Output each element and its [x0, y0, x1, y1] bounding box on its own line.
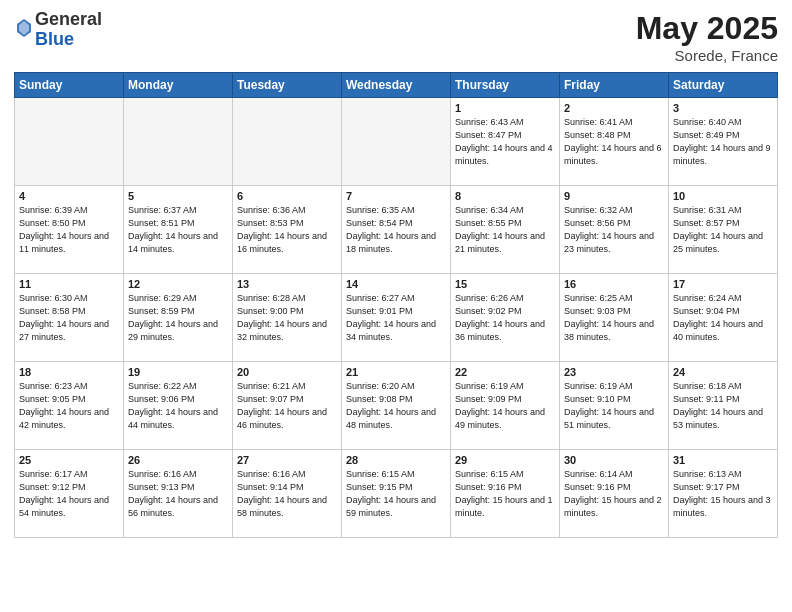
header-friday: Friday [560, 73, 669, 98]
header-thursday: Thursday [451, 73, 560, 98]
day-info: Sunrise: 6:43 AMSunset: 8:47 PMDaylight:… [455, 116, 555, 168]
calendar-cell: 8Sunrise: 6:34 AMSunset: 8:55 PMDaylight… [451, 186, 560, 274]
day-number: 14 [346, 278, 446, 290]
day-info: Sunrise: 6:18 AMSunset: 9:11 PMDaylight:… [673, 380, 773, 432]
calendar-week-4: 18Sunrise: 6:23 AMSunset: 9:05 PMDayligh… [15, 362, 778, 450]
day-number: 15 [455, 278, 555, 290]
day-info: Sunrise: 6:23 AMSunset: 9:05 PMDaylight:… [19, 380, 119, 432]
day-info: Sunrise: 6:39 AMSunset: 8:50 PMDaylight:… [19, 204, 119, 256]
day-number: 16 [564, 278, 664, 290]
calendar-week-3: 11Sunrise: 6:30 AMSunset: 8:58 PMDayligh… [15, 274, 778, 362]
logo-general-text: General [35, 9, 102, 29]
day-number: 19 [128, 366, 228, 378]
day-number: 1 [455, 102, 555, 114]
day-info: Sunrise: 6:35 AMSunset: 8:54 PMDaylight:… [346, 204, 446, 256]
header-saturday: Saturday [669, 73, 778, 98]
calendar-cell: 6Sunrise: 6:36 AMSunset: 8:53 PMDaylight… [233, 186, 342, 274]
day-info: Sunrise: 6:19 AMSunset: 9:09 PMDaylight:… [455, 380, 555, 432]
calendar-cell: 28Sunrise: 6:15 AMSunset: 9:15 PMDayligh… [342, 450, 451, 538]
calendar-cell: 27Sunrise: 6:16 AMSunset: 9:14 PMDayligh… [233, 450, 342, 538]
day-info: Sunrise: 6:27 AMSunset: 9:01 PMDaylight:… [346, 292, 446, 344]
calendar-cell: 20Sunrise: 6:21 AMSunset: 9:07 PMDayligh… [233, 362, 342, 450]
day-info: Sunrise: 6:13 AMSunset: 9:17 PMDaylight:… [673, 468, 773, 520]
logo-icon [15, 17, 33, 39]
day-number: 22 [455, 366, 555, 378]
day-info: Sunrise: 6:16 AMSunset: 9:13 PMDaylight:… [128, 468, 228, 520]
calendar-cell: 29Sunrise: 6:15 AMSunset: 9:16 PMDayligh… [451, 450, 560, 538]
day-info: Sunrise: 6:21 AMSunset: 9:07 PMDaylight:… [237, 380, 337, 432]
day-info: Sunrise: 6:40 AMSunset: 8:49 PMDaylight:… [673, 116, 773, 168]
day-number: 26 [128, 454, 228, 466]
day-info: Sunrise: 6:15 AMSunset: 9:15 PMDaylight:… [346, 468, 446, 520]
calendar-cell: 17Sunrise: 6:24 AMSunset: 9:04 PMDayligh… [669, 274, 778, 362]
day-number: 11 [19, 278, 119, 290]
header-wednesday: Wednesday [342, 73, 451, 98]
calendar-cell [124, 98, 233, 186]
day-number: 7 [346, 190, 446, 202]
calendar-cell: 1Sunrise: 6:43 AMSunset: 8:47 PMDaylight… [451, 98, 560, 186]
day-info: Sunrise: 6:15 AMSunset: 9:16 PMDaylight:… [455, 468, 555, 520]
day-number: 17 [673, 278, 773, 290]
day-info: Sunrise: 6:22 AMSunset: 9:06 PMDaylight:… [128, 380, 228, 432]
day-number: 12 [128, 278, 228, 290]
calendar-week-2: 4Sunrise: 6:39 AMSunset: 8:50 PMDaylight… [15, 186, 778, 274]
day-info: Sunrise: 6:14 AMSunset: 9:16 PMDaylight:… [564, 468, 664, 520]
day-number: 23 [564, 366, 664, 378]
calendar-cell [342, 98, 451, 186]
day-number: 24 [673, 366, 773, 378]
day-number: 5 [128, 190, 228, 202]
page: General Blue May 2025 Sorede, France Sun… [0, 0, 792, 612]
title-block: May 2025 Sorede, France [636, 10, 778, 64]
day-number: 2 [564, 102, 664, 114]
header-tuesday: Tuesday [233, 73, 342, 98]
header: General Blue May 2025 Sorede, France [14, 10, 778, 64]
day-info: Sunrise: 6:17 AMSunset: 9:12 PMDaylight:… [19, 468, 119, 520]
day-number: 10 [673, 190, 773, 202]
calendar-cell: 18Sunrise: 6:23 AMSunset: 9:05 PMDayligh… [15, 362, 124, 450]
day-info: Sunrise: 6:16 AMSunset: 9:14 PMDaylight:… [237, 468, 337, 520]
calendar-table: Sunday Monday Tuesday Wednesday Thursday… [14, 72, 778, 538]
logo: General Blue [14, 10, 102, 50]
day-number: 3 [673, 102, 773, 114]
day-info: Sunrise: 6:41 AMSunset: 8:48 PMDaylight:… [564, 116, 664, 168]
calendar-cell: 26Sunrise: 6:16 AMSunset: 9:13 PMDayligh… [124, 450, 233, 538]
calendar-cell: 22Sunrise: 6:19 AMSunset: 9:09 PMDayligh… [451, 362, 560, 450]
day-number: 31 [673, 454, 773, 466]
header-sunday: Sunday [15, 73, 124, 98]
day-number: 18 [19, 366, 119, 378]
header-monday: Monday [124, 73, 233, 98]
calendar-cell: 24Sunrise: 6:18 AMSunset: 9:11 PMDayligh… [669, 362, 778, 450]
day-info: Sunrise: 6:34 AMSunset: 8:55 PMDaylight:… [455, 204, 555, 256]
calendar-cell [233, 98, 342, 186]
logo-blue-text: Blue [35, 29, 74, 49]
calendar-cell: 23Sunrise: 6:19 AMSunset: 9:10 PMDayligh… [560, 362, 669, 450]
calendar-cell: 9Sunrise: 6:32 AMSunset: 8:56 PMDaylight… [560, 186, 669, 274]
day-info: Sunrise: 6:37 AMSunset: 8:51 PMDaylight:… [128, 204, 228, 256]
calendar-title: May 2025 [636, 10, 778, 47]
day-info: Sunrise: 6:28 AMSunset: 9:00 PMDaylight:… [237, 292, 337, 344]
day-info: Sunrise: 6:20 AMSunset: 9:08 PMDaylight:… [346, 380, 446, 432]
day-info: Sunrise: 6:25 AMSunset: 9:03 PMDaylight:… [564, 292, 664, 344]
calendar-location: Sorede, France [636, 47, 778, 64]
calendar-cell: 7Sunrise: 6:35 AMSunset: 8:54 PMDaylight… [342, 186, 451, 274]
day-number: 9 [564, 190, 664, 202]
calendar-cell: 25Sunrise: 6:17 AMSunset: 9:12 PMDayligh… [15, 450, 124, 538]
calendar-cell: 16Sunrise: 6:25 AMSunset: 9:03 PMDayligh… [560, 274, 669, 362]
calendar-cell: 31Sunrise: 6:13 AMSunset: 9:17 PMDayligh… [669, 450, 778, 538]
day-number: 30 [564, 454, 664, 466]
calendar-cell: 4Sunrise: 6:39 AMSunset: 8:50 PMDaylight… [15, 186, 124, 274]
calendar-cell: 11Sunrise: 6:30 AMSunset: 8:58 PMDayligh… [15, 274, 124, 362]
day-info: Sunrise: 6:36 AMSunset: 8:53 PMDaylight:… [237, 204, 337, 256]
day-info: Sunrise: 6:30 AMSunset: 8:58 PMDaylight:… [19, 292, 119, 344]
days-header-row: Sunday Monday Tuesday Wednesday Thursday… [15, 73, 778, 98]
day-number: 6 [237, 190, 337, 202]
calendar-week-1: 1Sunrise: 6:43 AMSunset: 8:47 PMDaylight… [15, 98, 778, 186]
day-number: 8 [455, 190, 555, 202]
calendar-cell: 21Sunrise: 6:20 AMSunset: 9:08 PMDayligh… [342, 362, 451, 450]
day-info: Sunrise: 6:26 AMSunset: 9:02 PMDaylight:… [455, 292, 555, 344]
day-info: Sunrise: 6:31 AMSunset: 8:57 PMDaylight:… [673, 204, 773, 256]
calendar-cell: 12Sunrise: 6:29 AMSunset: 8:59 PMDayligh… [124, 274, 233, 362]
calendar-cell: 3Sunrise: 6:40 AMSunset: 8:49 PMDaylight… [669, 98, 778, 186]
day-info: Sunrise: 6:32 AMSunset: 8:56 PMDaylight:… [564, 204, 664, 256]
day-info: Sunrise: 6:19 AMSunset: 9:10 PMDaylight:… [564, 380, 664, 432]
